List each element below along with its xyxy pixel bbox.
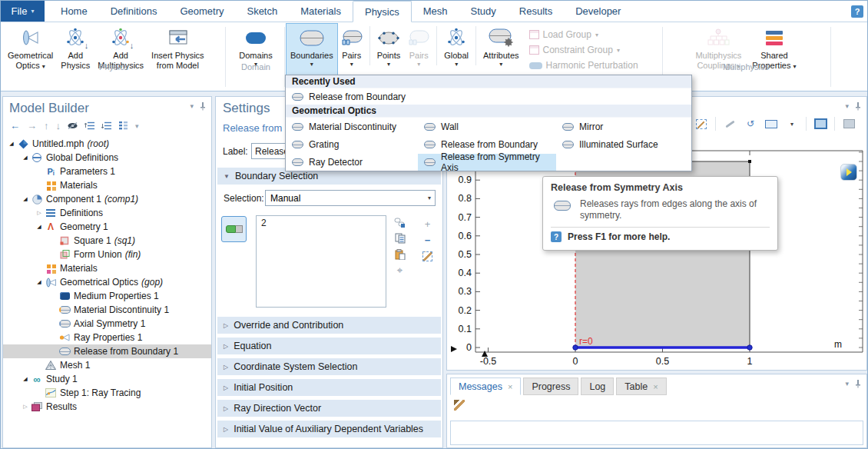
paste-icon[interactable] [394,249,406,260]
tree-item-material-discontinuity[interactable]: Material Discontinuity 1 [3,303,211,317]
remove-from-selection-icon[interactable]: − [422,234,433,245]
section-initial-position[interactable]: ▷ Initial Position [217,379,441,396]
section-equation[interactable]: ▷ Equation [217,338,441,354]
show-toggle-icon[interactable] [68,121,78,130]
snapshot-grid-icon[interactable] [813,118,827,130]
points-button[interactable]: Points ▾ [373,24,405,75]
hide-entities-icon[interactable] [723,118,737,130]
graphics-context-icon[interactable] [840,164,857,181]
pin-icon[interactable] [855,101,861,111]
model-builder-panel: Model Builder ▾ ← → ↑ ↓ ▾ ◢ Untitled.mph… [2,96,212,448]
tree-item-release-from-boundary[interactable]: Release from Boundary 1 [3,344,211,358]
section-collapsed-icon: ▷ [224,364,228,371]
menu-item-wall[interactable]: Wall [418,118,556,135]
close-icon[interactable]: × [653,382,658,391]
deselect-box-icon[interactable] [694,118,708,130]
add-to-selection-icon[interactable]: + [422,218,433,229]
model-tree-node-text-icon[interactable] [118,121,128,130]
tree-item-results[interactable]: ▷ Results [3,400,211,414]
tab-study[interactable]: Study [459,1,508,22]
expand-all-icon[interactable] [101,121,111,130]
tab-results[interactable]: Results [508,1,564,22]
boundary-selection-list[interactable]: 2 [256,215,386,308]
zoom-to-selection-icon[interactable]: ⌖ [394,265,406,276]
tree-item-ray-properties[interactable]: Ray Properties 1 [3,331,211,344]
boundaries-button[interactable]: Boundaries ▾ [287,24,337,75]
release-from-boundary-icon [58,347,71,357]
panel-menu-caret-icon[interactable]: ▾ [190,102,194,110]
tree-item-medium-properties[interactable]: Medium Properties 1 [3,289,211,303]
section-initial-value-aux-variables[interactable]: ▷ Initial Value of Auxiliary Dependent V… [217,421,441,437]
panel-menu-caret-icon[interactable]: ▾ [845,102,849,110]
svg-text:-0.5: -0.5 [480,356,497,367]
caret-down-icon[interactable]: ▾ [785,118,799,130]
section-ray-direction-vector[interactable]: ▷ Ray Direction Vector [217,400,441,417]
tree-item-component-1[interactable]: ◢ Component 1(comp1) [3,192,211,206]
group-label-domain: Domain [228,62,283,72]
back-button[interactable]: ← [10,120,20,131]
tree-item-geometrical-optics[interactable]: ◢ Geometrical Optics(gop) [3,275,211,289]
visibility-menu-button[interactable] [764,118,778,130]
menu-item-illuminated-surface[interactable]: Illuminated Surface [556,136,691,153]
move-down-button[interactable]: ↓ [56,120,61,131]
tree-item-mesh-1[interactable]: Mesh 1 [3,358,211,372]
pin-icon[interactable] [200,101,206,111]
tree-item-materials-component[interactable]: Materials [3,261,211,275]
svg-text:0: 0 [466,342,472,353]
tree-item-axial-symmetry[interactable]: Axial Symmetry 1 [3,317,211,331]
tree-item-form-union[interactable]: Form Union(fin) [3,248,211,261]
tab-sketch[interactable]: Sketch [235,1,289,22]
active-selection-toggle[interactable] [221,216,247,242]
menu-item-release-from-symmetry-axis[interactable]: Release from Symmetry Axis [418,154,556,171]
tab-physics[interactable]: Physics [353,1,412,22]
copy-icon[interactable] [394,233,406,244]
tree-item-parameters[interactable]: Pᵢ Parameters 1 [3,165,211,178]
tab-progress[interactable]: Progress [523,377,578,395]
tab-geometry[interactable]: Geometry [168,1,235,22]
tab-table[interactable]: Table × [616,377,666,395]
tree-item-square-1[interactable]: Square 1(sq1) [3,234,211,248]
menu-item-mirror[interactable]: Mirror [556,118,691,135]
tree-item-global-definitions[interactable]: ◢ Global Definitions [3,151,211,165]
selection-dropdown[interactable]: Manual ▾ [265,190,436,206]
pairs-button[interactable]: Pairs ▾ [337,24,366,75]
tree-item-study-step-1[interactable]: Step 1: Ray Tracing [3,386,211,400]
file-menu-button[interactable]: File ▾ [1,1,45,22]
move-up-button[interactable]: ↑ [44,120,49,131]
pairs-icon [408,26,429,49]
forward-button[interactable]: → [27,120,37,131]
create-selection-icon[interactable] [394,217,406,228]
tree-item-materials-global[interactable]: Materials [3,178,211,192]
menu-item-grating[interactable]: Grating [286,136,418,153]
menu-item-release-from-boundary-recent[interactable]: Release from Boundary [286,88,691,105]
help-button[interactable]: ? [851,5,863,18]
menu-item-release-from-boundary[interactable]: Release from Boundary [418,136,556,153]
tree-item-study-1[interactable]: ◢ ∞ Study 1 [3,372,211,386]
menu-item-material-discontinuity[interactable]: Material Discontinuity [286,118,418,135]
tree-item-definitions[interactable]: ▷ Definitions [3,206,211,220]
scene-light-icon[interactable] [842,118,856,130]
tab-developer[interactable]: Developer [564,1,632,22]
menu-item-ray-detector[interactable]: Ray Detector [286,154,418,171]
tab-messages[interactable]: Messages × [450,377,521,395]
tab-log[interactable]: Log [581,377,614,395]
section-override-and-contribution[interactable]: ▷ Override and Contribution [217,317,441,334]
tree-item-root[interactable]: ◢ Untitled.mph(root) [3,137,211,151]
global-button[interactable]: Global ▾ [440,24,472,75]
tab-home[interactable]: Home [49,1,99,22]
deselect-icon[interactable] [422,251,433,261]
close-icon[interactable]: × [508,382,512,391]
tab-materials[interactable]: Materials [289,1,353,22]
attributes-button[interactable]: Attributes ▾ [479,24,522,75]
toolbar-caret-icon[interactable]: ▾ [135,122,139,130]
panel-menu-caret-icon[interactable]: ▾ [845,380,849,387]
tab-definitions[interactable]: Definitions [99,1,169,22]
tab-mesh[interactable]: Mesh [412,1,459,22]
section-coordinate-system-selection[interactable]: ▷ Coordinate System Selection [217,358,441,375]
pin-icon[interactable] [855,379,861,388]
collapse-all-icon[interactable] [84,121,94,130]
reset-hiding-icon[interactable]: ↺ [744,118,757,130]
settings-title: Settings [223,101,270,116]
clear-messages-icon[interactable] [454,400,465,411]
tree-item-geometry-1[interactable]: ◢ Λ Geometry 1 [3,220,211,234]
